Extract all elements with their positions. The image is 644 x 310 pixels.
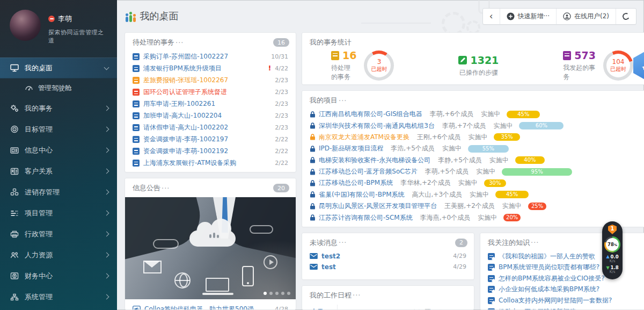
task-list-item[interactable]: 加班申请-高大山-1002204 2/23: [125, 110, 296, 121]
sidebar-item-system-mgmt[interactable]: 系统管理: [0, 286, 117, 307]
knowledge-doc-icon: [488, 275, 495, 282]
refresh-button[interactable]: [616, 9, 636, 24]
people-icon: [10, 251, 19, 259]
project-list-item[interactable]: 深圳华兴技术有限公司-南通风电机组3台 李萌,+7个成员 实施中 60%: [302, 120, 644, 131]
more-dots[interactable]: ···: [339, 239, 347, 247]
document-icon: [133, 160, 140, 167]
task-list-item[interactable]: 请休假申请-高大山-1002202 2/23: [125, 121, 296, 133]
page-header: 我的桌面 ‹ 快速新增··· 在线用户(2): [117, 0, 644, 31]
project-list-item[interactable]: 江苏移动总公司-BPM系统 李华林,+2个成员 实施中 30%: [302, 177, 644, 189]
sidebar-item-project-mgmt[interactable]: 项目管理: [0, 203, 117, 224]
app-badge[interactable]: [633, 51, 644, 81]
sidebar-item-finance[interactable]: 财务中心: [0, 265, 117, 286]
download-speed: ▼1.8 K/s: [606, 265, 618, 274]
document-icon: [133, 148, 140, 155]
carousel-dot[interactable]: [264, 292, 267, 295]
user-card: 李萌 探索协同运营管理之道: [0, 0, 117, 52]
project-members: 王刚,+6个成员: [417, 133, 461, 142]
carousel-dot[interactable]: [269, 292, 273, 295]
knowledge-list-item[interactable]: 小企业如何低成本地采购BPM系统? 3: [480, 284, 644, 295]
task-date: 2/22: [275, 148, 288, 155]
panel-title: 我的项目: [310, 96, 338, 105]
carousel-dot[interactable]: [275, 292, 279, 295]
user-circle-icon: [563, 12, 571, 20]
quick-add-button[interactable]: 快速新增···: [500, 9, 556, 24]
project-list-item[interactable]: 昆明东山风景区-风景区开发项目管理平台 王美丽,+2个成员 实施中 25%: [302, 200, 644, 212]
more-dots[interactable]: ···: [531, 239, 539, 247]
more-dots[interactable]: ···: [353, 291, 361, 299]
avatar[interactable]: [10, 10, 41, 41]
project-list-item[interactable]: IPD-新品研发项目流程 李浩,+5个成员 实施中 55%: [302, 143, 644, 154]
busy-status-icon: [48, 16, 55, 22]
document-icon: [563, 51, 571, 60]
stat-pending[interactable]: 16 待处理的事务: [331, 49, 356, 82]
project-members: 李华林,+2个成员: [400, 178, 451, 188]
document-icon: [133, 100, 140, 107]
sidebar-item-settings[interactable]: 设置中心: [0, 307, 117, 310]
knowledge-doc-icon: [488, 286, 495, 293]
sidebar-item-hr[interactable]: 人力资源: [0, 244, 117, 265]
collapse-button[interactable]: ‹: [483, 9, 500, 24]
sidebar-item-admin-mgmt[interactable]: 行政管理: [0, 224, 117, 244]
sidebar-item-goal-mgmt[interactable]: 目标管理: [0, 119, 117, 140]
online-users-button[interactable]: 在线用户(2): [556, 9, 616, 24]
sidebar-item-cockpit[interactable]: 管理驾驶舱: [0, 78, 117, 98]
envelope-icon: [310, 253, 318, 259]
lock-icon: [310, 134, 316, 140]
more-dots[interactable]: ···: [339, 97, 347, 105]
task-date: 2/22: [275, 136, 288, 143]
announcements-panel: 信息公告 ··· 20: [125, 178, 296, 310]
more-dots[interactable]: ···: [175, 39, 184, 47]
task-date: 2/22: [275, 160, 288, 167]
project-list-item[interactable]: 雀巢(中国)有限公司-BPM系统 高大山,+3个成员 实施中 45%: [302, 189, 644, 200]
project-list-item[interactable]: 南京双龙大道浦发ATM设备更换 王刚,+6个成员 实施中 35%: [302, 132, 644, 143]
progress-bar: 25%: [528, 203, 547, 210]
lock-icon: [310, 203, 316, 210]
schedule-day-tabs: 今天 明天 后天: [302, 305, 338, 310]
task-list-item[interactable]: 国环公司认证管理子系统督进 2/23: [125, 86, 296, 98]
security-speed-widget[interactable]: 1 78% ▲0.0 K/s ▼1.8 K/s: [602, 221, 623, 279]
knowledge-doc-icon: [488, 253, 495, 260]
stat-operated[interactable]: 1321 已操作的步骤: [458, 54, 499, 77]
carousel-dot[interactable]: [281, 292, 284, 295]
overdue-donut-chart: 3已超时: [364, 51, 394, 81]
panel-title: 我的事务统计: [310, 38, 352, 47]
announcement-list-item[interactable]: Colloa签约倍科电器，助力世界500强 4/28: [125, 302, 296, 310]
sidebar-item-info-center[interactable]: 信息中心: [0, 140, 117, 161]
gauge-icon: [25, 84, 33, 92]
task-list-item[interactable]: 浦发银行BPM系统升级项目 ! 4/22: [125, 62, 296, 74]
task-list-item[interactable]: 资金调拨申请-李萌-1002197 2/22: [125, 133, 296, 145]
more-dots[interactable]: ···: [162, 184, 170, 192]
sidebar-item-inventory[interactable]: 进销存管理: [0, 182, 117, 203]
colloa-logo-icon: [126, 11, 136, 23]
schedule-day-tab[interactable]: 今天: [302, 305, 337, 310]
knowledge-list-item[interactable]: Colloa支持内外网同时登陆同一套数据? 1: [480, 295, 644, 306]
plus-circle-icon: [507, 12, 515, 20]
progress-track: 95%: [502, 168, 576, 176]
announcement-carousel-image[interactable]: [125, 197, 296, 299]
message-list-item[interactable]: test 4/29: [302, 262, 474, 272]
count-badge: 2: [455, 239, 467, 247]
header-toolbar: ‹ 快速新增··· 在线用户(2): [482, 8, 636, 25]
task-list-item[interactable]: 上海浦东发展银行-ATM设备采购 2/22: [125, 157, 296, 169]
project-members: 李萌,+6个成员: [430, 110, 474, 119]
message-list-item[interactable]: test2 4/29: [302, 251, 474, 262]
project-list-item[interactable]: 江苏苏计咨询有限公司-SCM系统 李海燕,+0个成员 实施中 20%: [302, 212, 644, 223]
progress-bar: 60%: [519, 122, 564, 129]
stat-initiated[interactable]: 573 我发起的事务: [563, 49, 596, 82]
sidebar-item-my-desktop[interactable]: 我的桌面: [0, 57, 117, 78]
project-list-item[interactable]: 江苏移动总公司-蓝牙音频SoC芯片 李萌,+5个成员 实施中 95%: [302, 166, 644, 177]
task-list-item[interactable]: 差旅费报销-张瑶瑶-1002267 2/23: [125, 74, 296, 86]
carousel-dot[interactable]: [287, 292, 290, 295]
project-list-item[interactable]: 电梯安装和验收案件-永兴电梯设备公司 李静,+5个成员 实施中 40%: [302, 155, 644, 166]
sidebar-item-my-affairs[interactable]: 我的事务: [0, 98, 117, 119]
sidebar-item-crm[interactable]: 客户关系: [0, 161, 117, 182]
project-list-item[interactable]: 江西南昌机电有限公司-GIS组合电器 李萌,+6个成员 实施中 45%: [302, 109, 644, 120]
panel-title: 我关注的知识: [488, 238, 530, 248]
project-members: 李海燕,+0个成员: [420, 213, 471, 222]
task-list-item[interactable]: 资金调拨申请-李萌-1002192 2/22: [125, 145, 296, 157]
knowledge-list-item[interactable]: 推动十二五发展建设新闻稿 5: [480, 306, 644, 310]
project-status: 实施中: [478, 213, 497, 222]
task-list-item[interactable]: 采购订单-苏州固信-1002227 10/31: [125, 51, 296, 62]
task-list-item[interactable]: 用车申请-王刚-1002261 2/23: [125, 98, 296, 110]
